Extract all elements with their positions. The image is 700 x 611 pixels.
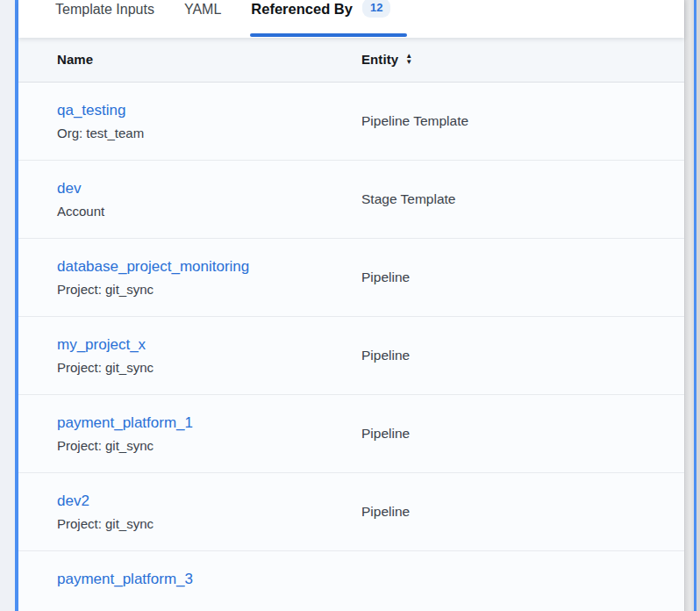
referenced-by-panel: Template Inputs YAML Referenced By 12 Na… [0, 0, 700, 611]
table-header-row: Name Entity ▲ ▼ [18, 38, 684, 83]
reference-name-link[interactable]: database_project_monitoring [57, 258, 249, 276]
tab-referenced-by-label: Referenced By [251, 0, 353, 18]
reference-scope-label: Project: git_sync [57, 438, 361, 453]
reference-scope-label: Account [57, 204, 361, 219]
table-row: dev2 Project: git_sync Pipeline [18, 473, 684, 551]
tab-yaml[interactable]: YAML [184, 0, 221, 18]
reference-entity-type: Pipeline [361, 426, 410, 441]
template-details-drawer: Template Inputs YAML Referenced By 12 Na… [15, 0, 696, 611]
reference-name-link[interactable]: qa_testing [57, 102, 125, 119]
page-background-left [0, 0, 15, 611]
column-header-entity[interactable]: Entity ▲ ▼ [361, 52, 412, 67]
reference-entity-type: Pipeline [361, 504, 410, 519]
reference-name-link[interactable]: dev2 [57, 492, 89, 510]
referenced-by-table: Name Entity ▲ ▼ [18, 38, 684, 611]
reference-scope-label: Project: git_sync [57, 360, 361, 375]
column-header-name: Name [57, 52, 93, 67]
reference-name-link[interactable]: dev [57, 180, 81, 198]
column-header-entity-label: Entity [361, 52, 398, 67]
drawer-content: Template Inputs YAML Referenced By 12 Na… [18, 0, 684, 611]
referenced-by-count-badge: 12 [362, 0, 390, 18]
table-row: database_project_monitoring Project: git… [18, 239, 684, 317]
tab-bar: Template Inputs YAML Referenced By 12 [18, 0, 684, 38]
reference-name-link[interactable]: payment_platform_1 [57, 414, 193, 432]
sort-desc-arrow: ▼ [405, 59, 412, 65]
active-tab-underline [250, 33, 407, 37]
reference-entity-type: Pipeline [361, 348, 410, 363]
table-row: my_project_x Project: git_sync Pipeline [18, 317, 684, 395]
reference-entity-type: Pipeline [361, 270, 410, 284]
table-row: payment_platform_1 Project: git_sync Pip… [18, 395, 684, 473]
reference-name-link[interactable]: my_project_x [57, 336, 146, 354]
table-row: dev Account Stage Template [18, 161, 684, 239]
reference-entity-type: Pipeline Template [361, 113, 468, 128]
reference-scope-label: Project: git_sync [57, 516, 361, 531]
page-background-right [696, 0, 700, 611]
tab-template-inputs[interactable]: Template Inputs [55, 0, 154, 18]
table-row: payment_platform_3 [18, 551, 684, 611]
tab-referenced-by[interactable]: Referenced By 12 [251, 0, 407, 38]
reference-entity-type: Stage Template [361, 191, 455, 206]
vertical-scrollbar[interactable] [684, 0, 694, 611]
reference-scope-label: Project: git_sync [57, 282, 361, 297]
reference-name-link[interactable]: payment_platform_3 [57, 571, 193, 588]
reference-scope-label: Org: test_team [57, 126, 361, 140]
sort-icon[interactable]: ▲ ▼ [405, 53, 412, 65]
table-row: qa_testing Org: test_team Pipeline Templ… [18, 83, 684, 161]
